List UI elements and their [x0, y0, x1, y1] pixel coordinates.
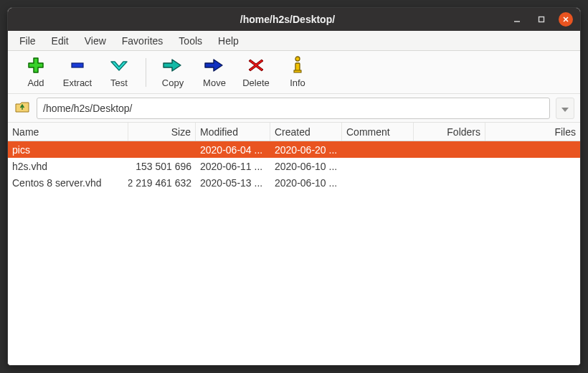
svg-rect-7: [294, 70, 301, 72]
up-button[interactable]: [14, 100, 31, 117]
cell-size: [128, 141, 196, 158]
chevron-down-icon: [561, 103, 569, 114]
delete-x-icon: [247, 56, 265, 75]
cell-folders: [414, 158, 485, 174]
close-button[interactable]: [559, 12, 573, 27]
toolbar-separator: [146, 58, 146, 87]
copy-button[interactable]: Copy: [152, 53, 194, 91]
column-header-folders[interactable]: Folders: [414, 123, 485, 141]
cell-modified: 2020-05-13 ...: [196, 174, 270, 191]
cell-modified: 2020-06-04 ...: [196, 141, 270, 158]
cell-name: pics: [8, 141, 128, 158]
app-window: /home/h2s/Desktop/ File Edit View Favori…: [7, 7, 581, 366]
menu-help[interactable]: Help: [211, 33, 246, 49]
plus-icon: [27, 56, 45, 75]
menubar: File Edit View Favorites Tools Help: [8, 31, 580, 51]
menu-edit[interactable]: Edit: [44, 33, 76, 49]
table-row[interactable]: h2s.vhd 153 501 696 2020-06-11 ... 2020-…: [8, 158, 580, 174]
file-list[interactable]: pics 2020-06-04 ... 2020-06-20 ... h2s.v…: [8, 141, 580, 365]
toolbar-label: Test: [110, 77, 128, 88]
cell-folders: [414, 141, 485, 158]
cell-size: 153 501 696: [128, 158, 196, 174]
column-headers: Name Size Modified Created Comment Folde…: [8, 123, 580, 141]
toolbar-label: Copy: [162, 77, 184, 88]
column-header-comment[interactable]: Comment: [342, 123, 414, 141]
test-button[interactable]: Test: [98, 53, 140, 91]
delete-button[interactable]: Delete: [235, 53, 277, 91]
cell-files: [485, 141, 580, 158]
menu-file[interactable]: File: [12, 33, 43, 49]
cell-created: 2020-06-20 ...: [270, 141, 342, 158]
cell-comment: [342, 141, 414, 158]
menu-favorites[interactable]: Favorites: [115, 33, 171, 49]
menu-view[interactable]: View: [77, 33, 113, 49]
path-input[interactable]: [37, 98, 550, 119]
column-header-modified[interactable]: Modified: [196, 123, 270, 141]
extract-button[interactable]: Extract: [57, 53, 98, 91]
add-button[interactable]: Add: [15, 53, 57, 91]
table-row[interactable]: Centos 8 server.vhd 2 219 461 632 2020-0…: [8, 174, 580, 191]
cell-comment: [342, 158, 414, 174]
maximize-button[interactable]: [534, 12, 549, 27]
cell-created: 2020-06-10 ...: [270, 174, 342, 191]
minus-icon: [68, 56, 87, 75]
folder-up-icon: [14, 100, 30, 116]
info-button[interactable]: Info: [277, 53, 318, 91]
copy-arrow-icon: [162, 56, 184, 75]
column-header-size[interactable]: Size: [128, 123, 196, 141]
toolbar-label: Delete: [242, 77, 270, 88]
menu-tools[interactable]: Tools: [171, 33, 209, 49]
column-header-created[interactable]: Created: [270, 123, 342, 141]
toolbar-label: Info: [290, 77, 305, 88]
cell-created: 2020-06-10 ...: [270, 158, 342, 174]
minimize-button[interactable]: [510, 12, 524, 27]
column-header-name[interactable]: Name: [8, 123, 128, 141]
location-bar: [8, 94, 580, 123]
check-icon: [109, 56, 129, 75]
window-title: /home/h2s/Desktop/: [72, 14, 503, 25]
cell-modified: 2020-06-11 ...: [196, 158, 270, 174]
toolbar-label: Extract: [63, 77, 92, 88]
cell-name: Centos 8 server.vhd: [8, 174, 128, 191]
move-button[interactable]: Move: [194, 53, 235, 91]
table-row[interactable]: pics 2020-06-04 ... 2020-06-20 ...: [8, 141, 580, 158]
toolbar-label: Add: [27, 77, 44, 88]
titlebar: /home/h2s/Desktop/: [8, 8, 580, 31]
move-arrow-icon: [204, 56, 225, 75]
path-history-dropdown[interactable]: [556, 98, 574, 119]
toolbar-label: Move: [203, 77, 226, 88]
column-header-files[interactable]: Files: [485, 123, 580, 141]
info-icon: [290, 56, 305, 75]
cell-folders: [414, 174, 485, 191]
cell-files: [485, 174, 580, 191]
svg-point-5: [295, 57, 300, 61]
svg-rect-1: [539, 17, 544, 22]
cell-name: h2s.vhd: [8, 158, 128, 174]
cell-size: 2 219 461 632: [128, 174, 196, 191]
cell-comment: [342, 174, 414, 191]
svg-rect-4: [72, 63, 83, 67]
toolbar: Add Extract Test Copy: [8, 51, 580, 94]
cell-files: [485, 158, 580, 174]
